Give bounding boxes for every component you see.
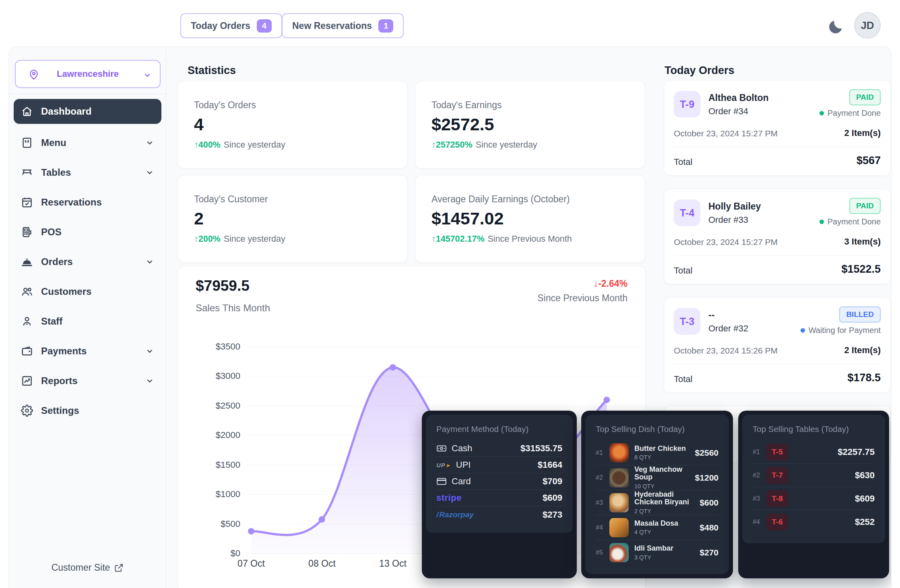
new-reservations-count-badge: 1	[378, 19, 393, 33]
top-selling-tables-panel-inner: Top Selling Tables (Today) #1 T-5 $2257.…	[742, 415, 885, 543]
chart-report-icon	[21, 375, 33, 387]
table-badge: T-9	[674, 91, 700, 117]
razorpay-logo: /Razorpay	[436, 510, 474, 519]
gridline	[246, 376, 643, 376]
avatar[interactable]: JD	[854, 12, 881, 39]
x-tick: 08 Oct	[308, 558, 336, 569]
sidebar-item-orders[interactable]: Orders	[14, 247, 161, 277]
home-icon	[21, 105, 33, 117]
x-tick: 07 Oct	[237, 558, 265, 569]
sidebar-item-reports[interactable]: Reports	[14, 366, 161, 396]
stat-value: $2572.5	[431, 115, 629, 134]
top-tables-rows: #1 T-5 $2257.75 #2 T-7 $630 #3 T-8 $609	[753, 440, 875, 534]
external-link-icon	[114, 563, 124, 573]
new-reservations-button[interactable]: New Reservations 1	[282, 13, 404, 38]
stat-label: Today's Orders	[194, 100, 391, 111]
stat-label: Average Daily Earnings (October)	[431, 194, 629, 205]
stat-card-todays-orders: Today's Orders 4 ↑400%Since yesterday	[178, 81, 408, 169]
stat-card-todays-earnings: Today's Earnings $2572.5 ↑257250%Since y…	[415, 81, 645, 169]
order-items-count: 3 Item(s)	[844, 236, 881, 247]
sidebar-item-menu[interactable]: Menu	[14, 128, 161, 158]
stat-delta: ↑257250%Since yesterday	[431, 140, 629, 150]
sidebar-item-payments[interactable]: Payments	[14, 336, 161, 366]
sidebar-item-label: POS	[41, 226, 62, 238]
status-badge: BILLED	[839, 306, 881, 323]
order-number: Order #32	[708, 323, 748, 334]
today-orders-button[interactable]: Today Orders 4	[180, 13, 282, 38]
new-reservations-button-label: New Reservations	[292, 21, 372, 31]
sidebar-item-label: Reservations	[41, 197, 102, 208]
menu-book-icon	[21, 137, 33, 149]
content-shell: Lawrenceshire Dashboard Menu	[8, 46, 892, 588]
sidebar-item-dashboard[interactable]: Dashboard	[14, 99, 161, 124]
gridline	[246, 347, 643, 347]
panel-title: Top Selling Tables (Today)	[753, 424, 875, 434]
sidebar-item-label: Dashboard	[41, 106, 91, 117]
panel-title: Payment Method (Today)	[436, 424, 562, 434]
x-tick: 13 Oct	[379, 558, 407, 569]
upi-logo: UP➤	[436, 462, 450, 469]
calendar-check-icon	[21, 196, 33, 208]
moon-icon	[826, 18, 847, 37]
dish-row: #5 Idli Sambar3 QTY $270	[596, 540, 718, 565]
total-label: Total	[674, 157, 692, 167]
chevron-down-icon	[143, 71, 152, 80]
customer-site-link[interactable]: Customer Site	[9, 562, 166, 573]
dish-image	[609, 443, 629, 463]
cash-icon	[436, 443, 447, 454]
payment-status: Payment Done	[819, 109, 881, 118]
location-label: Lawrenceshire	[57, 69, 119, 79]
chevron-down-icon	[145, 347, 154, 356]
statistics-heading: Statistics	[188, 64, 236, 77]
order-total: $1522.5	[841, 263, 881, 275]
topbar: Today Orders 4 New Reservations 1 JD	[0, 0, 900, 46]
order-card[interactable]: T-9 Althea Bolton Order #34 PAID Payment…	[664, 80, 891, 176]
card-icon	[436, 476, 447, 487]
stat-delta: ↑200%Since yesterday	[194, 234, 391, 244]
sidebar-item-staff[interactable]: Staff	[14, 306, 161, 336]
delta-up-value: ↑145702.17%	[431, 234, 485, 244]
sidebar-item-reservations[interactable]: Reservations	[14, 187, 161, 217]
order-items-count: 2 Item(s)	[844, 128, 881, 138]
delta-up-value: ↑400%	[194, 140, 221, 150]
total-label: Total	[674, 265, 692, 276]
cloche-icon	[21, 256, 33, 268]
status-dot	[801, 328, 805, 333]
chevron-down-icon	[145, 168, 154, 177]
table-badge: T-4	[674, 199, 700, 226]
sidebar-nav: Dashboard Menu Tables	[14, 99, 161, 426]
top-selling-dish-panel-inner: Top Selling Dish (Today) #1 Butter Chick…	[585, 415, 729, 574]
table-row: #2 T-7 $630	[753, 464, 875, 487]
stat-card-average-daily-earnings: Average Daily Earnings (October) $1457.0…	[415, 175, 645, 263]
top-dishes-rows: #1 Butter Chicken8 QTY $2560 #2 Veg Manc…	[596, 440, 718, 565]
restaurant-dashboard: Today Orders 4 New Reservations 1 JD Law…	[0, 0, 900, 588]
dish-image	[609, 518, 629, 537]
sidebar-item-settings[interactable]: Settings	[14, 396, 161, 426]
status-dot	[819, 111, 824, 115]
chevron-down-icon	[145, 257, 154, 266]
sidebar-item-tables[interactable]: Tables	[14, 158, 161, 187]
sidebar-item-pos[interactable]: POS	[14, 217, 161, 247]
sidebar-item-customers[interactable]: Customers	[14, 277, 161, 306]
payment-status: Payment Done	[819, 217, 881, 226]
chevron-down-icon	[145, 138, 154, 147]
panel-title: Top Selling Dish (Today)	[596, 424, 718, 434]
dark-mode-toggle[interactable]	[826, 17, 847, 38]
stat-label: Today's Customer	[194, 194, 391, 205]
order-card[interactable]: T-4 Holly Bailey Order #33 PAID Payment …	[664, 189, 891, 284]
y-tick: $0	[178, 548, 240, 559]
today-orders-button-label: Today Orders	[191, 21, 250, 31]
chart-data-point	[248, 528, 254, 535]
location-selector[interactable]: Lawrenceshire	[15, 60, 161, 88]
order-items-count: 2 Item(s)	[844, 345, 881, 356]
status-badge: PAID	[849, 89, 881, 105]
dish-image	[609, 543, 629, 562]
sidebar-item-label: Reports	[41, 375, 78, 387]
users-icon	[21, 286, 33, 298]
sidebar-item-label: Customers	[41, 286, 91, 297]
sidebar-item-label: Staff	[41, 316, 62, 327]
delta-note: Since yesterday	[224, 140, 285, 150]
y-tick: $2000	[178, 430, 240, 440]
sales-total: $7959.5	[196, 278, 250, 294]
order-card[interactable]: T-3 -- Order #32 BILLED Waiting for Paym…	[664, 297, 891, 393]
